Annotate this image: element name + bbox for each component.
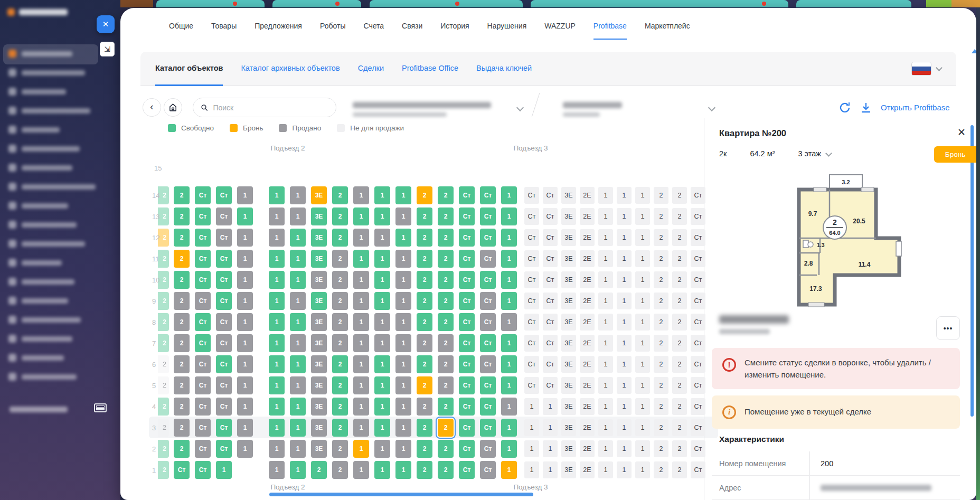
apartment-cell[interactable]: 2: [438, 271, 454, 289]
redacted-sidebar-item[interactable]: [8, 107, 90, 115]
apartment-cell[interactable]: 1: [269, 419, 285, 437]
apartment-cell[interactable]: 3Е: [311, 229, 327, 247]
apartment-cell[interactable]: 1: [395, 419, 411, 437]
apartment-cell[interactable]: 1: [290, 440, 306, 458]
redacted-sidebar-item[interactable]: [8, 202, 68, 210]
apartment-cell[interactable]: Ст: [195, 186, 211, 204]
floor-select[interactable]: 3 этаж: [798, 149, 831, 158]
apartment-cell[interactable]: 2: [417, 207, 432, 225]
apartment-cell[interactable]: Ст: [691, 314, 705, 331]
apartment-cell[interactable]: 1: [395, 186, 411, 204]
apartment-cell[interactable]: 1: [598, 440, 613, 457]
apartment-cell[interactable]: 1: [353, 229, 369, 247]
apartment-cell[interactable]: 1: [353, 440, 369, 458]
apartment-cell[interactable]: 1: [374, 292, 390, 310]
apartment-cell[interactable]: Ст: [459, 440, 475, 458]
apartment-cell[interactable]: 1: [617, 461, 632, 478]
redacted-sidebar-item[interactable]: [8, 278, 74, 286]
apartment-cell[interactable]: Ст: [524, 271, 539, 288]
apartment-cell[interactable]: 1: [635, 440, 650, 457]
apartment-cell[interactable]: 3Е: [311, 313, 327, 331]
apartment-cell[interactable]: 3Е: [561, 419, 576, 436]
apartment-cell[interactable]: Ст: [459, 250, 475, 268]
redacted-sidebar-item[interactable]: [8, 316, 81, 324]
apartment-cell[interactable]: 2: [438, 355, 454, 373]
chevron-down-icon[interactable]: [936, 64, 943, 71]
apartment-cell[interactable]: 1: [216, 461, 232, 479]
apartment-cell[interactable]: 3Е: [561, 377, 576, 394]
apartment-cell[interactable]: Ст: [459, 207, 475, 225]
apartment-cell[interactable]: 1: [635, 377, 650, 394]
apartment-cell[interactable]: 1: [237, 292, 253, 310]
apartment-cell[interactable]: 2: [174, 207, 190, 225]
apartment-cell[interactable]: Ст: [691, 208, 705, 225]
keyboard-icon[interactable]: [94, 403, 107, 412]
apartment-cell[interactable]: 1: [635, 461, 650, 478]
apartment-cell[interactable]: 1: [617, 208, 632, 225]
apartment-cell[interactable]: 1: [353, 376, 369, 394]
apartment-cell[interactable]: 3Е: [561, 229, 576, 246]
apartment-cell[interactable]: Ст: [524, 377, 539, 394]
apartment-cell[interactable]: 2: [654, 461, 668, 478]
apartment-cell[interactable]: 1: [395, 355, 411, 373]
apartment-cell[interactable]: 1: [543, 440, 558, 457]
apartment-cell[interactable]: 1: [237, 334, 253, 352]
apartment-cell[interactable]: 1: [353, 355, 369, 373]
apartment-cell[interactable]: 2Е: [580, 419, 595, 436]
apartment-cell[interactable]: Ст: [216, 334, 232, 352]
apartment-cell[interactable]: 1: [290, 271, 306, 289]
apartment-cell[interactable]: 2: [332, 207, 348, 225]
apartment-cell[interactable]: 2Е: [580, 271, 595, 288]
tab-scheta[interactable]: Счета: [363, 9, 384, 40]
apartment-cell[interactable]: Ст: [195, 461, 211, 479]
apartment-cell[interactable]: 1: [635, 208, 650, 225]
apartment-cell[interactable]: Ст: [691, 187, 705, 204]
apartment-cell[interactable]: 3Е: [561, 208, 576, 225]
apartment-cell[interactable]: 3Е: [311, 398, 327, 416]
apartment-cell[interactable]: 1: [598, 335, 613, 352]
apartment-cell[interactable]: 2Е: [580, 461, 595, 478]
apartment-cell[interactable]: 1: [501, 334, 517, 352]
apartment-cell[interactable]: Ст: [480, 207, 496, 225]
apartment-cell[interactable]: 2: [417, 292, 432, 310]
apartment-cell[interactable]: 3Е: [561, 271, 576, 288]
apartment-cell[interactable]: 2: [332, 355, 348, 373]
apartment-cell[interactable]: 1: [269, 313, 285, 331]
apartment-cell[interactable]: Ст: [691, 335, 705, 352]
apartment-cell[interactable]: 1: [374, 419, 390, 437]
search-input[interactable]: [213, 103, 328, 112]
redacted-sidebar-item[interactable]: [8, 373, 77, 381]
apartment-cell[interactable]: 1: [353, 186, 369, 204]
apartment-cell[interactable]: Ст: [459, 313, 475, 331]
browser-tab[interactable]: [272, 0, 361, 7]
apartment-cell[interactable]: 1: [395, 376, 411, 394]
apartment-cell[interactable]: 1: [598, 398, 613, 415]
apartment-cell[interactable]: 2Е: [580, 187, 595, 204]
apartment-cell[interactable]: Ст: [524, 250, 539, 267]
apartment-cell[interactable]: Ст: [480, 376, 496, 394]
apartment-cell[interactable]: 1: [237, 186, 253, 204]
apartment-cell[interactable]: 1: [617, 187, 632, 204]
apartment-cell[interactable]: 3Е: [311, 440, 327, 458]
apartment-cell[interactable]: 1: [501, 461, 517, 479]
apartment-cell[interactable]: 2: [672, 229, 687, 246]
apartment-cell[interactable]: 1: [269, 207, 285, 225]
apartment-cell[interactable]: 1: [237, 271, 253, 289]
close-slider-button[interactable]: ✕: [97, 15, 115, 33]
apartment-cell[interactable]: 1: [617, 335, 632, 352]
apartment-cell[interactable]: Ст: [195, 250, 211, 268]
apartment-cell[interactable]: 2Е: [580, 335, 595, 352]
apartment-cell[interactable]: 3Е: [561, 356, 576, 373]
apartment-cell[interactable]: 2: [672, 187, 687, 204]
apartment-cell[interactable]: 1: [395, 292, 411, 310]
apartment-cell[interactable]: 1: [374, 334, 390, 352]
apartment-cell[interactable]: 1: [290, 186, 306, 204]
apartment-cell[interactable]: Ст: [543, 314, 558, 331]
apartment-cell[interactable]: 2: [438, 376, 454, 394]
tab-istoriya[interactable]: История: [440, 9, 469, 40]
apartment-cell[interactable]: Ст: [174, 461, 190, 479]
apartment-cell[interactable]: 2: [417, 440, 432, 458]
apartment-cell[interactable]: 2Е: [580, 440, 595, 457]
apartment-cell[interactable]: 1: [237, 376, 253, 394]
redacted-sidebar-item[interactable]: [8, 69, 85, 77]
